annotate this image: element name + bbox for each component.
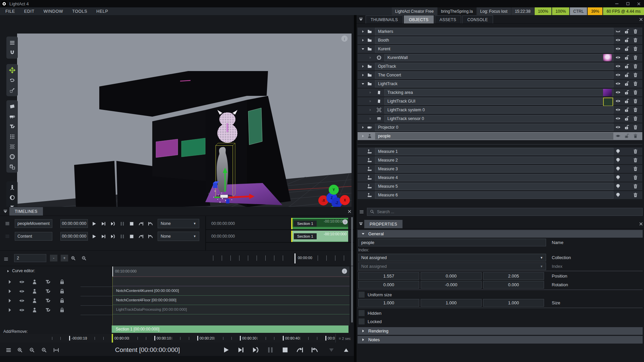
visibility-toggle-icon[interactable]: [615, 116, 621, 121]
search-menu-icon[interactable]: [359, 209, 364, 215]
timelines-collapse-icon[interactable]: [3, 209, 8, 214]
expand-arrow-icon[interactable]: [361, 134, 365, 138]
maximize-button[interactable]: [626, 1, 630, 6]
expand-arrow-icon[interactable]: [368, 90, 372, 95]
visibility-toggle-icon[interactable]: [615, 133, 621, 139]
menu-help[interactable]: HELP: [96, 9, 108, 14]
delete-icon[interactable]: [633, 116, 638, 121]
index-dropdown[interactable]: Not assigned▼: [358, 262, 546, 270]
object-label[interactable]: people: [375, 132, 613, 140]
delete-icon[interactable]: [633, 148, 638, 154]
section-1-bar[interactable]: Section 1 [00:00:00:000]: [112, 325, 348, 333]
delete-icon[interactable]: [633, 63, 638, 69]
position-x-field[interactable]: 1.557: [358, 272, 419, 280]
lock-toggle-icon[interactable]: [624, 46, 630, 52]
tool-screen-button[interactable]: [7, 101, 17, 111]
menu-icon[interactable]: [5, 221, 10, 226]
section-label[interactable]: Section 1: [294, 233, 317, 239]
delete-icon[interactable]: [633, 28, 638, 34]
curve-editor-lanes[interactable]: 00:10:00:000 iNotchContent4Kurent [00:00…: [112, 266, 350, 329]
position-z-field[interactable]: 2.005: [483, 272, 544, 280]
object-label[interactable]: Measure 6: [375, 191, 613, 199]
tree-row-markers[interactable]: Markers: [358, 27, 642, 36]
object-label[interactable]: OptiTrack: [375, 63, 613, 70]
tab-assets[interactable]: ASSETS: [435, 15, 462, 24]
footer-transport-step-forward-button[interactable]: [236, 345, 246, 355]
delete-icon[interactable]: [633, 81, 638, 86]
lock-icon[interactable]: [59, 307, 65, 313]
label-toggle-icon[interactable]: [615, 183, 621, 189]
lock-toggle-icon[interactable]: [624, 37, 630, 43]
tool-scale-button[interactable]: [7, 85, 17, 95]
expand-arrow-icon[interactable]: [7, 288, 13, 294]
paint-icon[interactable]: [45, 298, 51, 304]
rotation-x-field[interactable]: 0.000: [358, 281, 419, 289]
visibility-icon[interactable]: [19, 307, 25, 313]
curve-editor-expand-icon[interactable]: [6, 269, 10, 273]
expand-arrow-icon[interactable]: [361, 64, 365, 68]
expand-arrow-icon[interactable]: [368, 99, 372, 103]
tool-orbit-button[interactable]: [7, 192, 17, 202]
measure-row-measure-1[interactable]: Measure 1: [358, 147, 642, 156]
curve-lane-2[interactable]: NotchContent4Floor [00:00:00:000]: [112, 295, 350, 305]
expand-arrow-icon[interactable]: [368, 108, 372, 112]
tab-console[interactable]: CONSOLE: [462, 15, 493, 24]
object-label[interactable]: Tracking area: [384, 89, 613, 96]
visibility-icon[interactable]: [19, 288, 25, 294]
object-thumbnail[interactable]: [603, 54, 612, 61]
transport-step-forward-button[interactable]: [99, 220, 107, 228]
collection-dropdown[interactable]: Not assigned▼: [358, 254, 546, 261]
transport-jump-end-button[interactable]: [137, 232, 145, 240]
expand-arrow-icon[interactable]: [368, 56, 372, 60]
delete-icon[interactable]: [633, 157, 638, 163]
delete-icon[interactable]: [633, 192, 638, 198]
tree-row-lighttrack[interactable]: LightTrack: [358, 80, 642, 88]
tree-row-projector-0[interactable]: Projector 0: [358, 123, 642, 131]
curve-lane-label[interactable]: NotchContent4Kurent [00:00:00:000]: [116, 289, 179, 293]
visibility-toggle-icon[interactable]: [615, 107, 621, 113]
tree-row-the-concert[interactable]: The Concert: [358, 71, 642, 79]
curve-lane-3[interactable]: LightTrackDataProcessing [00:00:00:000]: [112, 305, 350, 314]
footer-down-button[interactable]: [327, 345, 336, 355]
objects-collapse-icon[interactable]: [358, 17, 364, 22]
expand-arrow-icon[interactable]: [361, 38, 365, 42]
object-label[interactable]: Measure 4: [375, 174, 613, 181]
paint-icon[interactable]: [45, 288, 51, 294]
tree-row-booth[interactable]: Booth: [358, 36, 642, 44]
transport-play-button[interactable]: [90, 220, 98, 228]
tool-rotate-button[interactable]: [7, 75, 17, 85]
transport-play-loop-button[interactable]: [109, 232, 117, 240]
delete-icon[interactable]: [633, 46, 638, 52]
menu-icon[interactable]: [5, 234, 10, 239]
visibility-toggle-icon[interactable]: [615, 124, 621, 130]
tool-dots-button[interactable]: [7, 141, 17, 152]
section-general[interactable]: General: [358, 230, 643, 238]
delete-icon[interactable]: [633, 37, 638, 43]
panel-divider[interactable]: [354, 15, 357, 362]
expand-arrow-icon[interactable]: [7, 279, 13, 285]
curve-lane-label[interactable]: NotchContent4Floor [00:00:00:000]: [116, 298, 176, 302]
lock-toggle-icon[interactable]: [624, 98, 630, 104]
expand-arrow-icon[interactable]: [7, 307, 13, 313]
lock-toggle-icon[interactable]: [624, 55, 630, 60]
object-label[interactable]: Measure 5: [375, 183, 613, 190]
expand-arrow-icon[interactable]: [368, 117, 372, 121]
curve-lane-0[interactable]: [112, 277, 350, 286]
paint-icon[interactable]: [45, 307, 51, 313]
object-label[interactable]: Booth: [375, 37, 613, 44]
timeline-playhead[interactable]: [112, 334, 113, 343]
visibility-toggle-icon[interactable]: [615, 98, 621, 104]
lock-toggle-icon[interactable]: [624, 133, 630, 139]
tool-sphere-button[interactable]: [7, 152, 17, 162]
transport-pause-button[interactable]: [118, 232, 126, 240]
transport-jump-start-button[interactable]: [146, 232, 154, 240]
object-label[interactable]: Kurent: [375, 45, 613, 53]
curve-lane-1[interactable]: NotchContent4Kurent [00:00:00:000]: [112, 286, 350, 295]
size-z-field[interactable]: 1.000: [483, 299, 544, 307]
position-y-field[interactable]: 0.000: [421, 272, 482, 280]
expand-arrow-icon[interactable]: [361, 125, 365, 129]
visibility-toggle-icon[interactable]: [615, 72, 621, 78]
timeline-time-input[interactable]: 00:00:00:000: [60, 219, 88, 228]
timeline-name-input[interactable]: peopleMovement: [15, 219, 52, 228]
3d-scene[interactable]: -X -Y Z -Z Y X: [17, 34, 352, 220]
